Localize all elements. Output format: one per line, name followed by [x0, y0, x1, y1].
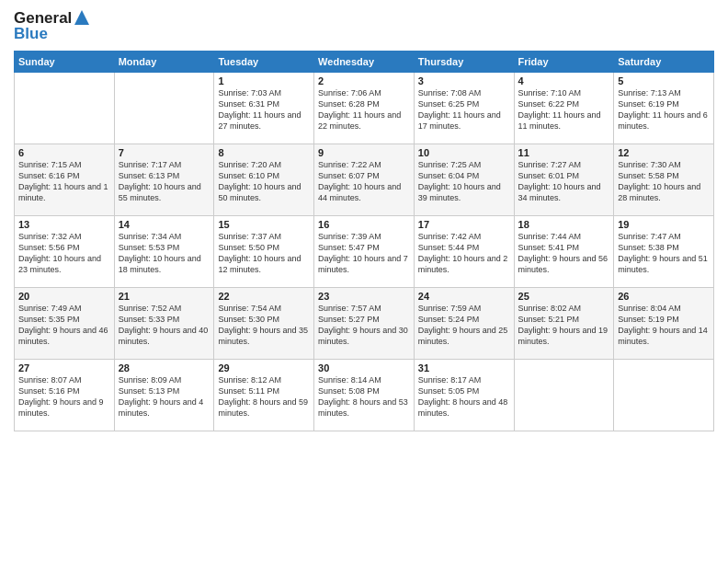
- day-cell: 15Sunrise: 7:37 AMSunset: 5:50 PMDayligh…: [214, 216, 314, 288]
- weekday-monday: Monday: [114, 52, 214, 73]
- day-cell: [114, 73, 214, 144]
- day-cell: 1Sunrise: 7:03 AMSunset: 6:31 PMDaylight…: [214, 73, 314, 144]
- day-detail: Sunrise: 7:15 AMSunset: 6:16 PMDaylight:…: [18, 159, 110, 204]
- weekday-thursday: Thursday: [414, 52, 514, 73]
- day-number: 17: [418, 219, 510, 230]
- day-number: 29: [218, 362, 310, 373]
- day-cell: 27Sunrise: 8:07 AMSunset: 5:16 PMDayligh…: [15, 360, 115, 431]
- day-number: 23: [318, 291, 410, 302]
- day-detail: Sunrise: 8:02 AMSunset: 5:21 PMDaylight:…: [518, 303, 610, 348]
- day-number: 20: [18, 291, 110, 302]
- day-detail: Sunrise: 7:57 AMSunset: 5:27 PMDaylight:…: [318, 303, 410, 348]
- day-detail: Sunrise: 8:17 AMSunset: 5:05 PMDaylight:…: [418, 374, 510, 419]
- day-cell: 26Sunrise: 8:04 AMSunset: 5:19 PMDayligh…: [614, 288, 714, 360]
- day-cell: 17Sunrise: 7:42 AMSunset: 5:44 PMDayligh…: [414, 216, 514, 288]
- day-detail: Sunrise: 7:27 AMSunset: 6:01 PMDaylight:…: [518, 159, 610, 204]
- week-row-4: 27Sunrise: 8:07 AMSunset: 5:16 PMDayligh…: [15, 360, 714, 431]
- day-number: 7: [119, 147, 210, 158]
- day-number: 10: [418, 147, 510, 158]
- day-number: 6: [18, 147, 110, 158]
- day-detail: Sunrise: 8:12 AMSunset: 5:11 PMDaylight:…: [218, 374, 310, 419]
- day-detail: Sunrise: 7:32 AMSunset: 5:56 PMDaylight:…: [18, 231, 110, 276]
- day-number: 30: [318, 362, 410, 373]
- day-detail: Sunrise: 7:10 AMSunset: 6:22 PMDaylight:…: [518, 87, 610, 132]
- day-number: 3: [418, 75, 510, 86]
- day-cell: [15, 73, 115, 144]
- calendar-table: SundayMondayTuesdayWednesdayThursdayFrid…: [14, 51, 714, 431]
- day-detail: Sunrise: 7:52 AMSunset: 5:33 PMDaylight:…: [119, 303, 210, 348]
- day-detail: Sunrise: 8:07 AMSunset: 5:16 PMDaylight:…: [18, 374, 110, 419]
- day-cell: 21Sunrise: 7:52 AMSunset: 5:33 PMDayligh…: [114, 288, 214, 360]
- day-cell: 3Sunrise: 7:08 AMSunset: 6:25 PMDaylight…: [414, 73, 514, 144]
- day-detail: Sunrise: 7:34 AMSunset: 5:53 PMDaylight:…: [119, 231, 210, 276]
- day-detail: Sunrise: 7:06 AMSunset: 6:28 PMDaylight:…: [318, 87, 410, 132]
- day-detail: Sunrise: 7:17 AMSunset: 6:13 PMDaylight:…: [119, 159, 210, 204]
- day-number: 16: [318, 219, 410, 230]
- day-number: 11: [518, 147, 610, 158]
- week-row-3: 20Sunrise: 7:49 AMSunset: 5:35 PMDayligh…: [15, 288, 714, 360]
- day-cell: [514, 360, 614, 431]
- day-cell: 4Sunrise: 7:10 AMSunset: 6:22 PMDaylight…: [514, 73, 614, 144]
- day-cell: 18Sunrise: 7:44 AMSunset: 5:41 PMDayligh…: [514, 216, 614, 288]
- week-row-2: 13Sunrise: 7:32 AMSunset: 5:56 PMDayligh…: [15, 216, 714, 288]
- day-detail: Sunrise: 7:03 AMSunset: 6:31 PMDaylight:…: [218, 87, 310, 132]
- day-number: 27: [18, 362, 110, 373]
- weekday-header-row: SundayMondayTuesdayWednesdayThursdayFrid…: [15, 52, 714, 73]
- day-cell: 6Sunrise: 7:15 AMSunset: 6:16 PMDaylight…: [15, 144, 115, 216]
- day-number: 2: [318, 75, 410, 86]
- day-cell: 24Sunrise: 7:59 AMSunset: 5:24 PMDayligh…: [414, 288, 514, 360]
- week-row-0: 1Sunrise: 7:03 AMSunset: 6:31 PMDaylight…: [15, 73, 714, 144]
- day-cell: 5Sunrise: 7:13 AMSunset: 6:19 PMDaylight…: [614, 73, 714, 144]
- day-number: 26: [618, 291, 710, 302]
- day-cell: 28Sunrise: 8:09 AMSunset: 5:13 PMDayligh…: [114, 360, 214, 431]
- day-number: 5: [618, 75, 710, 86]
- day-detail: Sunrise: 7:39 AMSunset: 5:47 PMDaylight:…: [318, 231, 410, 276]
- day-cell: 13Sunrise: 7:32 AMSunset: 5:56 PMDayligh…: [15, 216, 115, 288]
- day-number: 12: [618, 147, 710, 158]
- day-detail: Sunrise: 8:14 AMSunset: 5:08 PMDaylight:…: [318, 374, 410, 419]
- day-number: 24: [418, 291, 510, 302]
- day-cell: 12Sunrise: 7:30 AMSunset: 5:58 PMDayligh…: [614, 144, 714, 216]
- day-cell: 25Sunrise: 8:02 AMSunset: 5:21 PMDayligh…: [514, 288, 614, 360]
- weekday-friday: Friday: [514, 52, 614, 73]
- weekday-sunday: Sunday: [15, 52, 115, 73]
- weekday-saturday: Saturday: [614, 52, 714, 73]
- header: General Blue: [14, 9, 714, 43]
- day-number: 31: [418, 362, 510, 373]
- day-cell: 30Sunrise: 8:14 AMSunset: 5:08 PMDayligh…: [314, 360, 415, 431]
- day-number: 25: [518, 291, 610, 302]
- day-number: 22: [218, 291, 310, 302]
- day-detail: Sunrise: 7:47 AMSunset: 5:38 PMDaylight:…: [618, 231, 710, 276]
- day-detail: Sunrise: 7:44 AMSunset: 5:41 PMDaylight:…: [518, 231, 610, 276]
- day-number: 4: [518, 75, 610, 86]
- day-number: 28: [119, 362, 210, 373]
- logo: General Blue: [14, 9, 91, 43]
- day-detail: Sunrise: 7:42 AMSunset: 5:44 PMDaylight:…: [418, 231, 510, 276]
- day-detail: Sunrise: 7:13 AMSunset: 6:19 PMDaylight:…: [618, 87, 710, 132]
- day-detail: Sunrise: 8:09 AMSunset: 5:13 PMDaylight:…: [119, 374, 210, 419]
- day-detail: Sunrise: 7:59 AMSunset: 5:24 PMDaylight:…: [418, 303, 510, 348]
- day-cell: 23Sunrise: 7:57 AMSunset: 5:27 PMDayligh…: [314, 288, 415, 360]
- day-number: 21: [119, 291, 210, 302]
- day-cell: 10Sunrise: 7:25 AMSunset: 6:04 PMDayligh…: [414, 144, 514, 216]
- day-number: 1: [218, 75, 310, 86]
- day-cell: [614, 360, 714, 431]
- day-cell: 16Sunrise: 7:39 AMSunset: 5:47 PMDayligh…: [314, 216, 415, 288]
- day-cell: 14Sunrise: 7:34 AMSunset: 5:53 PMDayligh…: [114, 216, 214, 288]
- day-cell: 29Sunrise: 8:12 AMSunset: 5:11 PMDayligh…: [214, 360, 314, 431]
- day-detail: Sunrise: 7:08 AMSunset: 6:25 PMDaylight:…: [418, 87, 510, 132]
- weekday-wednesday: Wednesday: [314, 52, 415, 73]
- day-cell: 2Sunrise: 7:06 AMSunset: 6:28 PMDaylight…: [314, 73, 415, 144]
- week-row-1: 6Sunrise: 7:15 AMSunset: 6:16 PMDaylight…: [15, 144, 714, 216]
- day-detail: Sunrise: 7:20 AMSunset: 6:10 PMDaylight:…: [218, 159, 310, 204]
- day-cell: 31Sunrise: 8:17 AMSunset: 5:05 PMDayligh…: [414, 360, 514, 431]
- day-number: 9: [318, 147, 410, 158]
- day-cell: 22Sunrise: 7:54 AMSunset: 5:30 PMDayligh…: [214, 288, 314, 360]
- day-detail: Sunrise: 7:49 AMSunset: 5:35 PMDaylight:…: [18, 303, 110, 348]
- weekday-tuesday: Tuesday: [214, 52, 314, 73]
- day-cell: 11Sunrise: 7:27 AMSunset: 6:01 PMDayligh…: [514, 144, 614, 216]
- day-cell: 7Sunrise: 7:17 AMSunset: 6:13 PMDaylight…: [114, 144, 214, 216]
- day-number: 14: [119, 219, 210, 230]
- day-number: 15: [218, 219, 310, 230]
- logo-icon: [73, 8, 91, 27]
